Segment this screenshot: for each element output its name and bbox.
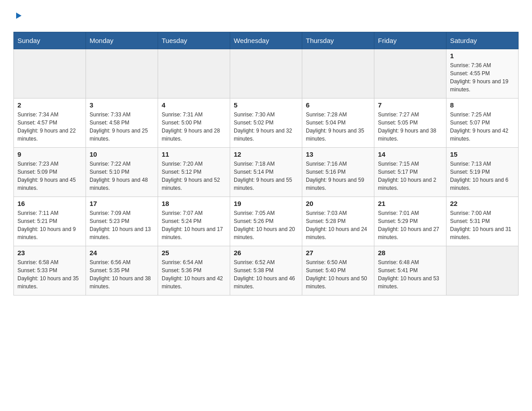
- calendar-cell: 18Sunrise: 7:07 AM Sunset: 5:24 PM Dayli…: [158, 197, 230, 246]
- weekday-header-row: SundayMondayTuesdayWednesdayThursdayFrid…: [14, 32, 519, 49]
- day-info: Sunrise: 7:11 AM Sunset: 5:21 PM Dayligh…: [17, 209, 82, 241]
- day-number: 13: [306, 150, 370, 158]
- day-info: Sunrise: 7:34 AM Sunset: 4:57 PM Dayligh…: [17, 111, 82, 143]
- calendar-cell: [230, 49, 302, 98]
- calendar-cell: 4Sunrise: 7:31 AM Sunset: 5:00 PM Daylig…: [158, 98, 230, 148]
- calendar-cell: 24Sunrise: 6:56 AM Sunset: 5:35 PM Dayli…: [86, 246, 158, 295]
- day-info: Sunrise: 7:31 AM Sunset: 5:00 PM Dayligh…: [162, 111, 226, 143]
- day-info: Sunrise: 7:07 AM Sunset: 5:24 PM Dayligh…: [162, 209, 226, 241]
- day-number: 8: [450, 101, 515, 109]
- day-number: 20: [306, 200, 370, 207]
- day-info: Sunrise: 7:28 AM Sunset: 5:04 PM Dayligh…: [306, 111, 370, 143]
- day-number: 3: [90, 101, 154, 109]
- calendar-cell: 9Sunrise: 7:23 AM Sunset: 5:09 PM Daylig…: [14, 148, 86, 197]
- day-number: 27: [306, 249, 370, 257]
- day-info: Sunrise: 7:01 AM Sunset: 5:29 PM Dayligh…: [378, 209, 442, 241]
- calendar-cell: 3Sunrise: 7:33 AM Sunset: 4:58 PM Daylig…: [86, 98, 158, 148]
- calendar-cell: 1Sunrise: 7:36 AM Sunset: 4:55 PM Daylig…: [446, 49, 519, 98]
- page-header: Blue: [13, 9, 519, 23]
- day-info: Sunrise: 7:27 AM Sunset: 5:05 PM Dayligh…: [378, 111, 442, 143]
- day-number: 1: [450, 52, 515, 60]
- day-number: 7: [378, 101, 442, 109]
- svg-marker-0: [16, 13, 21, 19]
- weekday-header-thursday: Thursday: [302, 32, 374, 49]
- weekday-header-monday: Monday: [86, 32, 158, 49]
- day-number: 18: [162, 200, 226, 207]
- day-info: Sunrise: 6:48 AM Sunset: 5:41 PM Dayligh…: [378, 258, 442, 291]
- day-number: 14: [378, 150, 442, 158]
- calendar-week-row: 23Sunrise: 6:58 AM Sunset: 5:33 PM Dayli…: [14, 246, 519, 295]
- day-info: Sunrise: 7:22 AM Sunset: 5:10 PM Dayligh…: [90, 160, 154, 192]
- calendar-cell: 11Sunrise: 7:20 AM Sunset: 5:12 PM Dayli…: [158, 148, 230, 197]
- weekday-header-saturday: Saturday: [446, 32, 519, 49]
- day-info: Sunrise: 7:05 AM Sunset: 5:26 PM Dayligh…: [234, 209, 298, 241]
- day-number: 6: [306, 101, 370, 109]
- day-number: 25: [162, 249, 226, 257]
- day-number: 22: [450, 200, 515, 207]
- day-number: 26: [234, 249, 298, 257]
- day-info: Sunrise: 7:13 AM Sunset: 5:19 PM Dayligh…: [450, 160, 515, 192]
- calendar-cell: 21Sunrise: 7:01 AM Sunset: 5:29 PM Dayli…: [374, 197, 446, 246]
- weekday-header-sunday: Sunday: [14, 32, 86, 49]
- calendar-cell: 12Sunrise: 7:18 AM Sunset: 5:14 PM Dayli…: [230, 148, 302, 197]
- weekday-header-wednesday: Wednesday: [230, 32, 302, 49]
- day-info: Sunrise: 7:33 AM Sunset: 4:58 PM Dayligh…: [90, 111, 154, 143]
- logo-arrow-icon: [14, 9, 22, 23]
- calendar-cell: 7Sunrise: 7:27 AM Sunset: 5:05 PM Daylig…: [374, 98, 446, 148]
- logo: Blue: [13, 9, 23, 23]
- day-info: Sunrise: 7:15 AM Sunset: 5:17 PM Dayligh…: [378, 160, 442, 192]
- calendar-cell: 6Sunrise: 7:28 AM Sunset: 5:04 PM Daylig…: [302, 98, 374, 148]
- calendar-cell: 5Sunrise: 7:30 AM Sunset: 5:02 PM Daylig…: [230, 98, 302, 148]
- day-info: Sunrise: 7:16 AM Sunset: 5:16 PM Dayligh…: [306, 160, 370, 192]
- calendar-cell: 20Sunrise: 7:03 AM Sunset: 5:28 PM Dayli…: [302, 197, 374, 246]
- calendar-week-row: 9Sunrise: 7:23 AM Sunset: 5:09 PM Daylig…: [14, 148, 519, 197]
- day-number: 17: [90, 200, 154, 207]
- day-info: Sunrise: 7:00 AM Sunset: 5:31 PM Dayligh…: [450, 209, 515, 241]
- day-info: Sunrise: 7:30 AM Sunset: 5:02 PM Dayligh…: [234, 111, 298, 143]
- day-info: Sunrise: 7:23 AM Sunset: 5:09 PM Dayligh…: [17, 160, 82, 192]
- calendar-cell: 8Sunrise: 7:25 AM Sunset: 5:07 PM Daylig…: [446, 98, 519, 148]
- calendar-cell: 10Sunrise: 7:22 AM Sunset: 5:10 PM Dayli…: [86, 148, 158, 197]
- calendar-cell: 28Sunrise: 6:48 AM Sunset: 5:41 PM Dayli…: [374, 246, 446, 295]
- calendar-cell: 16Sunrise: 7:11 AM Sunset: 5:21 PM Dayli…: [14, 197, 86, 246]
- calendar-cell: 23Sunrise: 6:58 AM Sunset: 5:33 PM Dayli…: [14, 246, 86, 295]
- calendar-cell: [14, 49, 86, 98]
- calendar-week-row: 2Sunrise: 7:34 AM Sunset: 4:57 PM Daylig…: [14, 98, 519, 148]
- day-number: 9: [17, 150, 82, 158]
- day-info: Sunrise: 6:56 AM Sunset: 5:35 PM Dayligh…: [90, 258, 154, 291]
- calendar-cell: 17Sunrise: 7:09 AM Sunset: 5:23 PM Dayli…: [86, 197, 158, 246]
- calendar-cell: [86, 49, 158, 98]
- day-number: 12: [234, 150, 298, 158]
- day-number: 28: [378, 249, 442, 257]
- day-number: 15: [450, 150, 515, 158]
- calendar-week-row: 16Sunrise: 7:11 AM Sunset: 5:21 PM Dayli…: [14, 197, 519, 246]
- calendar-cell: [158, 49, 230, 98]
- calendar-cell: 14Sunrise: 7:15 AM Sunset: 5:17 PM Dayli…: [374, 148, 446, 197]
- calendar-cell: 27Sunrise: 6:50 AM Sunset: 5:40 PM Dayli…: [302, 246, 374, 295]
- day-info: Sunrise: 7:25 AM Sunset: 5:07 PM Dayligh…: [450, 111, 515, 143]
- calendar-cell: [374, 49, 446, 98]
- calendar-cell: 19Sunrise: 7:05 AM Sunset: 5:26 PM Dayli…: [230, 197, 302, 246]
- day-number: 2: [17, 101, 82, 109]
- weekday-header-tuesday: Tuesday: [158, 32, 230, 49]
- weekday-header-friday: Friday: [374, 32, 446, 49]
- day-info: Sunrise: 7:09 AM Sunset: 5:23 PM Dayligh…: [90, 209, 154, 241]
- day-number: 16: [17, 200, 82, 207]
- day-info: Sunrise: 6:50 AM Sunset: 5:40 PM Dayligh…: [306, 258, 370, 291]
- calendar-cell: 25Sunrise: 6:54 AM Sunset: 5:36 PM Dayli…: [158, 246, 230, 295]
- day-info: Sunrise: 6:52 AM Sunset: 5:38 PM Dayligh…: [234, 258, 298, 291]
- day-number: 23: [17, 249, 82, 257]
- day-info: Sunrise: 7:03 AM Sunset: 5:28 PM Dayligh…: [306, 209, 370, 241]
- day-info: Sunrise: 6:58 AM Sunset: 5:33 PM Dayligh…: [17, 258, 82, 291]
- calendar-cell: 26Sunrise: 6:52 AM Sunset: 5:38 PM Dayli…: [230, 246, 302, 295]
- day-info: Sunrise: 6:54 AM Sunset: 5:36 PM Dayligh…: [162, 258, 226, 291]
- calendar-cell: 13Sunrise: 7:16 AM Sunset: 5:16 PM Dayli…: [302, 148, 374, 197]
- calendar-week-row: 1Sunrise: 7:36 AM Sunset: 4:55 PM Daylig…: [14, 49, 519, 98]
- day-number: 24: [90, 249, 154, 257]
- day-number: 19: [234, 200, 298, 207]
- day-info: Sunrise: 7:18 AM Sunset: 5:14 PM Dayligh…: [234, 160, 298, 192]
- day-info: Sunrise: 7:20 AM Sunset: 5:12 PM Dayligh…: [162, 160, 226, 192]
- calendar-cell: 22Sunrise: 7:00 AM Sunset: 5:31 PM Dayli…: [446, 197, 519, 246]
- calendar-cell: 2Sunrise: 7:34 AM Sunset: 4:57 PM Daylig…: [14, 98, 86, 148]
- calendar-cell: [446, 246, 519, 295]
